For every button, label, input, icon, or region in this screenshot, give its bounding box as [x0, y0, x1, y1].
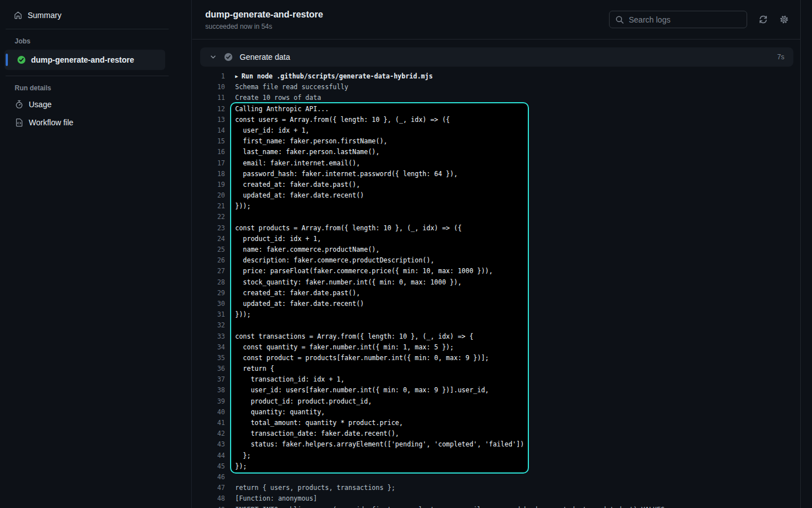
line-number[interactable]: 48 [192, 493, 225, 504]
chevron-down-icon[interactable] [209, 53, 217, 61]
settings-button[interactable] [779, 15, 789, 25]
log-text: product_id: idx + 1, [235, 234, 321, 244]
line-number[interactable]: 18 [192, 169, 225, 179]
line-number[interactable]: 34 [192, 342, 225, 353]
line-number[interactable]: 12 [192, 104, 225, 115]
line-number[interactable]: 21 [192, 201, 225, 212]
sidebar-item-job[interactable]: dump-generate-and-restore [5, 50, 165, 70]
log-line: 17 email: faker.internet.email(), [192, 158, 800, 169]
line-number[interactable]: 35 [192, 353, 225, 364]
step-name: Generate data [240, 52, 290, 62]
line-number[interactable]: 16 [192, 147, 225, 157]
line-number[interactable]: 47 [192, 483, 225, 493]
sidebar-item-usage[interactable]: Usage [0, 97, 191, 112]
line-number[interactable]: 26 [192, 255, 225, 266]
log-line: 23const products = Array.from({ length: … [192, 223, 800, 234]
line-number[interactable]: 30 [192, 299, 225, 309]
search-input[interactable] [629, 15, 741, 24]
line-number[interactable]: 23 [192, 223, 225, 234]
line-number[interactable]: 31 [192, 309, 225, 320]
log-line: 32 [192, 320, 800, 331]
log-text: const transactions = Array.from({ length… [235, 331, 473, 342]
log-line: 22 [192, 212, 800, 222]
active-job-accent-bar [6, 54, 8, 66]
line-number[interactable]: 28 [192, 277, 225, 288]
log-line: 26 description: faker.commerce.productDe… [192, 255, 800, 266]
line-number[interactable]: 25 [192, 244, 225, 255]
line-number[interactable]: 33 [192, 331, 225, 342]
home-icon [14, 11, 23, 20]
line-number[interactable]: 24 [192, 234, 225, 244]
line-number[interactable]: 42 [192, 428, 225, 439]
log-line: 30 updated_at: faker.date.recent() [192, 299, 800, 309]
log-line: 10Schema file read successfully [192, 82, 800, 93]
step-duration: 7s [777, 53, 784, 61]
log-line: 43 status: faker.helpers.arrayElement(['… [192, 439, 800, 450]
page-title: dump-generate-and-restore [205, 10, 323, 20]
log-line: 47return { users, products, transactions… [192, 483, 800, 493]
log-text: email: faker.internet.email(), [235, 158, 360, 169]
line-number[interactable]: 14 [192, 125, 225, 136]
line-number[interactable]: 38 [192, 385, 225, 396]
log-text: password_hash: faker.internet.password({… [235, 169, 458, 179]
line-number[interactable]: 29 [192, 288, 225, 299]
log-text: INSERT INTO public.users (user_id, first… [235, 505, 665, 508]
job-name: dump-generate-and-restore [31, 55, 134, 64]
log-line: 36 return { [192, 364, 800, 374]
line-number[interactable]: 11 [192, 93, 225, 103]
log-line: 12Calling Anthropic API... [192, 104, 800, 115]
line-number[interactable]: 45 [192, 461, 225, 472]
line-number[interactable]: 43 [192, 439, 225, 450]
expand-group-icon[interactable]: ▶ [235, 73, 238, 79]
log-section: Generate data 7s 1▶Run node .github/scri… [192, 47, 800, 508]
line-number[interactable]: 36 [192, 364, 225, 374]
log-line: 20 updated_at: faker.date.recent() [192, 190, 800, 201]
refresh-button[interactable] [758, 15, 768, 25]
line-number[interactable]: 10 [192, 82, 225, 93]
line-number[interactable]: 20 [192, 190, 225, 201]
log-line: 35 const product = products[faker.number… [192, 353, 800, 364]
line-number[interactable]: 27 [192, 266, 225, 277]
log-line: 33const transactions = Array.from({ leng… [192, 331, 800, 342]
line-number[interactable]: 39 [192, 396, 225, 407]
line-number[interactable]: 49 [192, 505, 225, 508]
line-number[interactable]: 44 [192, 450, 225, 461]
log-text: transaction_date: faker.date.recent(), [235, 428, 399, 439]
line-number[interactable]: 13 [192, 115, 225, 125]
line-number[interactable]: 22 [192, 212, 225, 222]
sidebar-item-summary[interactable]: Summary [0, 7, 191, 23]
line-number[interactable]: 17 [192, 158, 225, 169]
line-number[interactable]: 1 [192, 71, 225, 82]
log-text: first_name: faker.person.firstName(), [235, 136, 387, 147]
log-line: 25 name: faker.commerce.productName(), [192, 244, 800, 255]
log-text: ▶Run node .github/scripts/generate-data-… [235, 71, 433, 82]
log-line: 37 transaction_id: idx + 1, [192, 374, 800, 385]
sidebar-item-label: Workflow file [29, 118, 73, 127]
log-line: 28 stock_quantity: faker.number.int({ mi… [192, 277, 800, 288]
log-text: created_at: faker.date.past(), [235, 179, 360, 190]
log-line: 1▶Run node .github/scripts/generate-data… [192, 71, 800, 82]
log-line: 31})); [192, 309, 800, 320]
line-number[interactable]: 32 [192, 320, 225, 331]
sidebar-item-workflow-file[interactable]: Workflow file [0, 115, 191, 130]
log-line: 41 total_amount: quantity * product.pric… [192, 418, 800, 428]
line-number[interactable]: 46 [192, 472, 225, 483]
line-number[interactable]: 19 [192, 179, 225, 190]
log-line: 21})); [192, 201, 800, 212]
search-logs-box[interactable] [609, 11, 747, 28]
log-line: 34 const quantity = faker.number.int({ m… [192, 342, 800, 353]
log-text: price: parseFloat(faker.commerce.price({… [235, 266, 493, 277]
log-line: 15 first_name: faker.person.firstName(), [192, 136, 800, 147]
log-text: stock_quantity: faker.number.int({ min: … [235, 277, 462, 288]
line-number[interactable]: 41 [192, 418, 225, 428]
step-header-generate-data[interactable]: Generate data 7s [200, 47, 793, 67]
run-status-text: succeeded now in 54s [205, 23, 323, 30]
sidebar-item-label: Usage [29, 100, 51, 109]
line-number[interactable]: 37 [192, 374, 225, 385]
scrollbar-gutter[interactable] [800, 0, 812, 508]
log-line: 46 [192, 472, 800, 483]
log-text: status: faker.helpers.arrayElement(['pen… [235, 439, 524, 450]
line-number[interactable]: 40 [192, 407, 225, 418]
log-line: 16 last_name: faker.person.lastName(), [192, 147, 800, 157]
line-number[interactable]: 15 [192, 136, 225, 147]
